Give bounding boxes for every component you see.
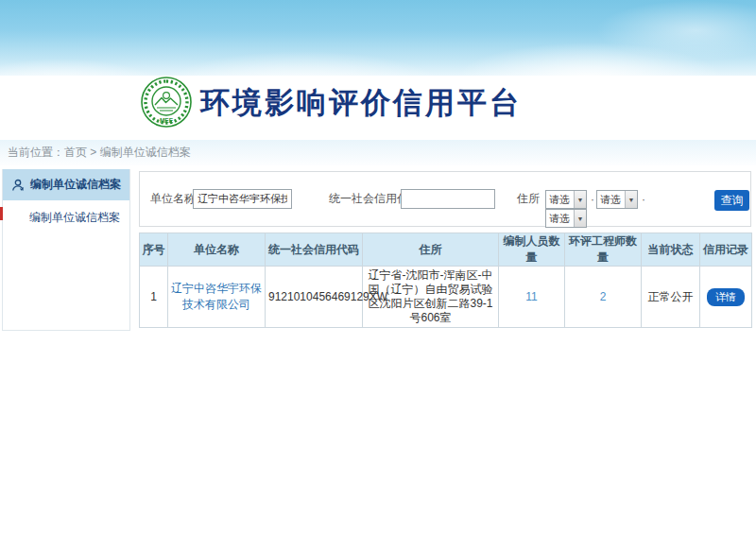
- breadcrumb-location-label: 当前位置：: [8, 146, 64, 159]
- cell-credit-code: 9121010456469129XW: [266, 267, 363, 328]
- credit-code-input[interactable]: [401, 189, 495, 209]
- cell-status: 正常公开: [642, 267, 700, 328]
- city-select[interactable]: 请选择 ▼: [596, 190, 638, 209]
- chevron-down-icon: ▼: [574, 191, 586, 208]
- unit-name-input[interactable]: [193, 189, 292, 209]
- breadcrumb-current: 编制单位诚信档案: [100, 146, 191, 159]
- user-icon: [11, 179, 25, 192]
- cell-index: 1: [140, 267, 168, 328]
- col-header-credit-code: 统一社会信用代码: [266, 233, 363, 267]
- chevron-down-icon: ▼: [574, 210, 586, 227]
- col-header-engineer-count: 环评工程师数量: [565, 233, 642, 267]
- unit-name-link[interactable]: 辽宁中咨华宇环保技术有限公司: [171, 282, 262, 311]
- cell-address: 辽宁省-沈阳市-浑南区-中国（辽宁）自由贸易试验区沈阳片区创新二路39-1号60…: [363, 267, 499, 328]
- query-button[interactable]: 查询: [714, 190, 749, 211]
- table-row: 1 辽宁中咨华宇环保技术有限公司 9121010456469129XW 辽宁省-…: [140, 267, 752, 328]
- sidebar-header-label: 编制单位诚信档案: [30, 177, 121, 193]
- active-item-marker: [0, 207, 3, 220]
- page-title: 环境影响评价信用平台: [200, 83, 522, 123]
- detail-button[interactable]: 详情: [707, 288, 745, 306]
- province-select[interactable]: 请选择 ▼: [545, 190, 587, 209]
- header-banner: MEE 环境影响评价信用平台: [0, 0, 756, 76]
- results-table: 序号 单位名称 统一社会信用代码 住所 编制人员数量 环评工程师数量 当前状态 …: [139, 233, 752, 328]
- col-header-address: 住所: [363, 233, 499, 267]
- district-select[interactable]: 请选择 ▼: [545, 209, 587, 228]
- address-separator-1: ·: [591, 190, 594, 210]
- breadcrumb: 当前位置：首页 > 编制单位诚信档案: [0, 140, 756, 165]
- staff-count-link[interactable]: 11: [525, 290, 537, 303]
- col-header-index: 序号: [140, 233, 168, 267]
- breadcrumb-home-link[interactable]: 首页: [64, 146, 87, 159]
- col-header-staff-count: 编制人员数量: [499, 233, 565, 267]
- sidebar: 编制单位诚信档案 编制单位诚信档案: [2, 169, 130, 331]
- address-separator-2: ·: [642, 190, 645, 210]
- col-header-credit-record: 信用记录: [700, 233, 752, 267]
- engineer-count-link[interactable]: 2: [600, 290, 607, 303]
- mee-logo-icon: MEE: [140, 76, 193, 129]
- sidebar-header: 编制单位诚信档案: [3, 169, 129, 200]
- col-header-unit-name: 单位名称: [168, 233, 266, 267]
- page: MEE 环境影响评价信用平台 当前位置：首页 > 编制单位诚信档案 编制单位诚信…: [0, 0, 756, 534]
- sidebar-item-archive[interactable]: 编制单位诚信档案: [3, 200, 129, 234]
- col-header-status: 当前状态: [642, 233, 700, 267]
- svg-text:MEE: MEE: [160, 117, 174, 124]
- breadcrumb-divider: >: [90, 146, 96, 159]
- table-header-row: 序号 单位名称 统一社会信用代码 住所 编制人员数量 环评工程师数量 当前状态 …: [140, 233, 752, 267]
- search-form: 单位名称 ： 统一社会信用代码 ： 住所 ： 请选择 ▼ · 请选择 ▼ · 请…: [139, 171, 751, 227]
- chevron-down-icon: ▼: [625, 191, 637, 208]
